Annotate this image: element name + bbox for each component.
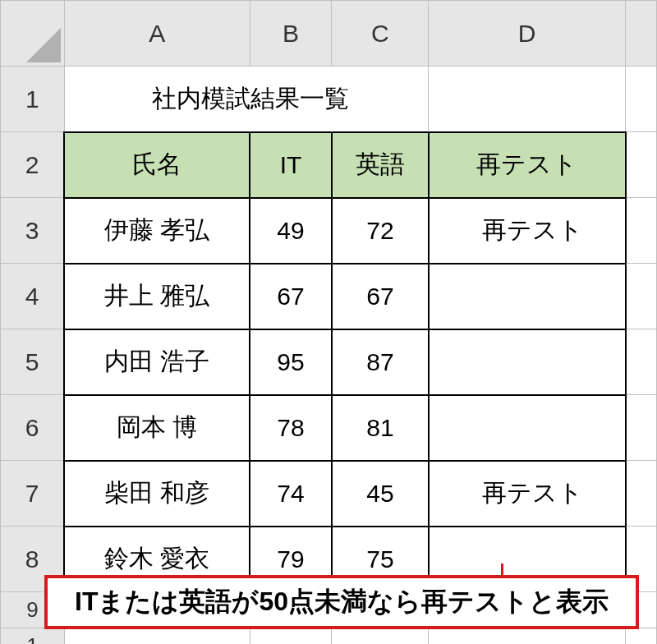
- row-header-3[interactable]: 3: [1, 198, 65, 264]
- row-header-4[interactable]: 4: [1, 264, 65, 329]
- row-header-1[interactable]: 1: [1, 67, 65, 132]
- cell-retest[interactable]: [429, 329, 626, 395]
- col-header-C[interactable]: C: [332, 1, 429, 67]
- explanation-callout: ITまたは英語が50点未満なら再テストと表示: [44, 575, 639, 629]
- cell-eng[interactable]: 45: [332, 461, 429, 527]
- cell-name[interactable]: 内田 浩子: [64, 329, 250, 395]
- cell-D10[interactable]: [429, 628, 626, 645]
- cell-retest[interactable]: 再テスト: [429, 461, 626, 527]
- row-header-10[interactable]: 1: [1, 628, 65, 645]
- cell-C10[interactable]: [332, 628, 429, 645]
- cell-retest[interactable]: [429, 264, 626, 329]
- cell-retest[interactable]: 再テスト: [429, 198, 626, 264]
- cell-it[interactable]: 95: [250, 329, 332, 395]
- col-header-D[interactable]: D: [429, 1, 626, 67]
- cell-eng[interactable]: 72: [332, 198, 429, 264]
- cell-E1[interactable]: [626, 67, 657, 132]
- col-header-B[interactable]: B: [250, 1, 332, 67]
- header-retest[interactable]: 再テスト: [429, 132, 626, 198]
- header-name[interactable]: 氏名: [64, 132, 250, 198]
- cell-D1[interactable]: [429, 67, 626, 132]
- cell-it[interactable]: 49: [250, 198, 332, 264]
- cell-eng[interactable]: 67: [332, 264, 429, 329]
- cell-E4[interactable]: [626, 264, 657, 329]
- cell-it[interactable]: 78: [250, 395, 332, 461]
- row-header-7[interactable]: 7: [1, 461, 65, 527]
- header-eng[interactable]: 英語: [332, 132, 429, 198]
- col-header-E[interactable]: [626, 1, 657, 67]
- cell-name[interactable]: 柴田 和彦: [64, 461, 250, 527]
- cell-E2[interactable]: [626, 132, 657, 198]
- cell-A10[interactable]: [64, 628, 250, 645]
- header-it[interactable]: IT: [250, 132, 332, 198]
- cell-B10[interactable]: [250, 628, 332, 645]
- cell-E7[interactable]: [626, 461, 657, 527]
- cell-name[interactable]: 井上 雅弘: [64, 264, 250, 329]
- row-header-6[interactable]: 6: [1, 395, 65, 461]
- cell-eng[interactable]: 81: [332, 395, 429, 461]
- col-header-A[interactable]: A: [64, 1, 250, 67]
- cell-name[interactable]: 岡本 博: [64, 395, 250, 461]
- cell-name[interactable]: 伊藤 孝弘: [64, 198, 250, 264]
- callout-text: ITまたは英語が50点未満なら再テストと表示: [75, 584, 609, 620]
- cell-E6[interactable]: [626, 395, 657, 461]
- cell-it[interactable]: 74: [250, 461, 332, 527]
- cell-E10[interactable]: [626, 628, 657, 645]
- cell-retest[interactable]: [429, 395, 626, 461]
- row-header-5[interactable]: 5: [1, 329, 65, 395]
- spreadsheet-grid[interactable]: A B C D 1 社内模試結果一覧 2 氏名 IT 英語 再テスト 3 伊藤 …: [0, 0, 657, 644]
- cell-it[interactable]: 67: [250, 264, 332, 329]
- cell-E5[interactable]: [626, 329, 657, 395]
- cell-title[interactable]: 社内模試結果一覧: [64, 67, 428, 132]
- cell-eng[interactable]: 87: [332, 329, 429, 395]
- select-all-triangle[interactable]: [1, 1, 65, 67]
- cell-E3[interactable]: [626, 198, 657, 264]
- row-header-2[interactable]: 2: [1, 132, 65, 198]
